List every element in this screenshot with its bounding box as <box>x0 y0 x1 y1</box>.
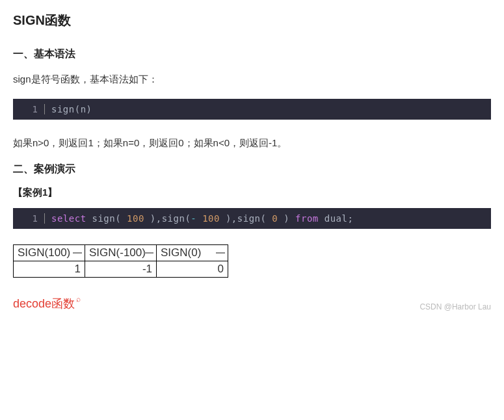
table-header-row: SIGN(100) SIGN(-100) SIGN(0) <box>14 245 228 261</box>
page-title: SIGN函数 <box>13 12 491 29</box>
code-text: ),sign( <box>144 213 191 224</box>
kw-select: select <box>51 213 86 224</box>
syntax-intro: sign是符号函数，基本语法如下： <box>13 72 491 87</box>
result-table: SIGN(100) SIGN(-100) SIGN(0) 1 -1 0 <box>13 244 228 278</box>
code-divider <box>44 213 45 224</box>
syntax-explain: 如果n>0，则返回1；如果n=0，则返回0；如果n<0，则返回-1。 <box>13 135 491 151</box>
id-dual: dual <box>325 213 348 224</box>
table-header: SIGN(100) <box>14 245 85 261</box>
code-block-syntax: 1 sign(n) <box>13 99 491 120</box>
section-heading-example: 二、案例演示 <box>13 163 491 176</box>
example-label: 【案例1】 <box>13 187 491 199</box>
code-text: ; <box>347 213 353 224</box>
code-text: ) <box>278 213 295 224</box>
table-cell: -1 <box>85 261 157 278</box>
watermark: CSDN @Harbor Lau <box>419 302 491 311</box>
section-heading-syntax: 一、基本语法 <box>13 47 491 61</box>
code-text: sign(n) <box>51 104 92 114</box>
table-header: SIGN(-100) <box>85 245 157 261</box>
code-text: ),sign( <box>220 213 272 224</box>
table-header: SIGN(0) <box>157 245 228 261</box>
code-divider <box>44 104 45 114</box>
code-text <box>319 213 325 224</box>
code-block-example: 1 select sign( 100 ),sign(- 100 ),sign( … <box>13 208 491 229</box>
code-content: sign(n) <box>51 104 92 114</box>
table-row: 1 -1 0 <box>14 261 228 278</box>
kw-from: from <box>295 213 319 224</box>
num-literal: 100 <box>127 213 144 224</box>
num-literal: 0 <box>272 213 278 224</box>
num-literal: 100 <box>202 213 220 224</box>
search-icon: ⌕ <box>76 295 81 304</box>
code-content: select sign( 100 ),sign(- 100 ),sign( 0 … <box>51 213 353 224</box>
code-lineno: 1 <box>13 104 44 114</box>
code-lineno: 1 <box>13 213 44 224</box>
table-cell: 0 <box>157 261 228 278</box>
table-cell: 1 <box>14 261 85 278</box>
decode-link[interactable]: decode函数 ⌕ <box>13 296 81 311</box>
code-text: sign( <box>86 213 127 224</box>
op-minus: - <box>191 213 202 224</box>
link-text: decode函数 <box>13 296 75 311</box>
